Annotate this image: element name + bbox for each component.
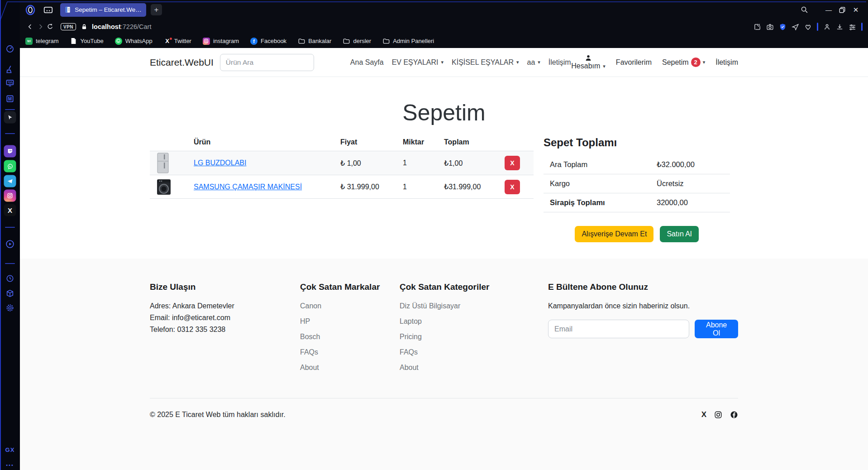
- close-button[interactable]: ✕: [849, 4, 863, 16]
- cart-table-header: Ürün Fiyat Miktar Toplam: [150, 136, 534, 151]
- extensions-box-icon[interactable]: [6, 289, 14, 298]
- toolbar-divider: [817, 23, 818, 31]
- col-toplam: Toplam: [444, 138, 505, 146]
- nav-aa[interactable]: aa▾: [527, 58, 540, 67]
- vpn-badge[interactable]: VPN: [61, 23, 76, 30]
- newsletter-heading: E Bültene Abone Olunuz: [548, 282, 738, 292]
- twitch-icon[interactable]: [4, 145, 16, 158]
- folder-icon: [298, 38, 305, 45]
- bookmark-youtube[interactable]: YouTube: [70, 38, 104, 45]
- mods-icon[interactable]: M: [5, 94, 14, 103]
- bookmark-folder-dersler[interactable]: dersler: [343, 38, 371, 45]
- reload-icon[interactable]: [45, 22, 55, 32]
- bookmark-facebook[interactable]: f Facebook: [250, 38, 286, 45]
- category-link-pricing[interactable]: Pricing: [400, 333, 422, 341]
- page-favicon: [70, 38, 77, 45]
- browser-window: M X: [0, 0, 868, 470]
- category-link-laptop[interactable]: Laptop: [400, 317, 422, 325]
- product-price: ₺ 1,00: [340, 159, 403, 168]
- snapshot-camera-icon[interactable]: [766, 23, 774, 31]
- product-total: ₺31.999,00: [444, 182, 505, 191]
- telegram-icon[interactable]: [4, 175, 16, 187]
- sidebar-more-icon[interactable]: •••: [6, 462, 14, 468]
- gx-corner-icon[interactable]: [5, 78, 14, 87]
- profile-icon[interactable]: [823, 23, 831, 31]
- bookmarks-bar: tel telegram YouTube WhatsApp X Twitter: [20, 34, 868, 48]
- forward-icon[interactable]: [35, 22, 45, 32]
- web-page: Eticaret.WebUI Ana Sayfa EV EŞYALARI▾ Kİ…: [20, 48, 868, 470]
- col-fiyat: Fiyat: [340, 138, 403, 146]
- minimize-button[interactable]: —: [822, 4, 835, 16]
- cleaner-broom-icon[interactable]: [5, 65, 14, 74]
- speed-dial-icon[interactable]: [5, 44, 14, 53]
- maximize-button[interactable]: [835, 4, 849, 16]
- account-menu[interactable]: Hesabım▾: [571, 54, 606, 70]
- nav-ev-esyalari[interactable]: EV EŞYALARI▾: [392, 58, 444, 67]
- caret-down-icon: ▾: [538, 59, 540, 65]
- bookmark-whatsapp[interactable]: WhatsApp: [115, 38, 153, 45]
- bookmark-folder-admin-panelleri[interactable]: Admin Panelleri: [382, 38, 434, 45]
- bookmark-twitter[interactable]: X Twitter: [164, 38, 191, 45]
- x-messenger-icon[interactable]: X: [4, 204, 16, 216]
- new-tab-button[interactable]: +: [151, 4, 162, 15]
- favorites-link[interactable]: Favorilerim: [616, 58, 652, 67]
- downloads-icon[interactable]: [836, 23, 844, 31]
- tab-sepetim[interactable]: Sepetim – Eticaret.WebUI: [60, 3, 146, 17]
- brand-link-about[interactable]: About: [300, 364, 319, 371]
- bookmark-telegram[interactable]: tel telegram: [25, 38, 59, 45]
- whatsapp-icon[interactable]: [4, 160, 16, 173]
- summary-row-ara-toplam: Ara Toplam ₺32.000,00: [544, 155, 730, 174]
- brand-link-faqs[interactable]: FAQs: [300, 348, 318, 356]
- x-social-icon[interactable]: X: [701, 410, 706, 419]
- subscribe-button[interactable]: Abone Ol: [695, 320, 738, 338]
- plus-icon: +: [154, 5, 159, 14]
- remove-item-button[interactable]: X: [505, 156, 520, 170]
- category-link-diz-ustu[interactable]: Diz Üstü Bilgisayar: [400, 302, 460, 310]
- pointer-icon[interactable]: [4, 111, 16, 124]
- page-title: Sepetim: [20, 101, 868, 125]
- url-field[interactable]: localhost:7226/Cart: [92, 23, 151, 30]
- bookmark-folder-bankalar[interactable]: Bankalar: [298, 38, 331, 45]
- pinboard-icon[interactable]: [754, 23, 761, 31]
- continue-shopping-button[interactable]: Alışverişe Devam Et: [575, 226, 653, 242]
- favorites-heart-icon[interactable]: [804, 23, 812, 31]
- remove-item-button[interactable]: X: [505, 180, 520, 194]
- sidebar-divider: [5, 227, 15, 228]
- cart-row-samsung-camasir: SAMSUNG ÇAMAŞIR MAKİNESİ ₺ 31.999,00 1 ₺…: [150, 175, 534, 199]
- category-link-about[interactable]: About: [400, 364, 419, 371]
- workspace-icon[interactable]: [43, 6, 53, 14]
- settings-gear-icon[interactable]: [6, 304, 14, 312]
- vpn-shield-icon[interactable]: [779, 23, 787, 31]
- player-icon[interactable]: [5, 240, 15, 249]
- bookmark-instagram[interactable]: instagram: [203, 38, 239, 45]
- tab-favicon: [65, 6, 71, 13]
- newsletter-email-input[interactable]: [548, 320, 689, 338]
- caret-down-icon: ▾: [441, 59, 444, 65]
- category-link-faqs[interactable]: FAQs: [400, 348, 418, 356]
- footer-categories-column: Çok Satan Kategoriler Diz Üstü Bilgisaya…: [400, 282, 548, 379]
- opera-menu-icon[interactable]: [24, 4, 36, 16]
- product-search-input[interactable]: [220, 54, 314, 71]
- instagram-social-icon[interactable]: [714, 411, 722, 419]
- facebook-social-icon[interactable]: [730, 411, 738, 419]
- send-to-device-icon[interactable]: [792, 23, 799, 31]
- brand-link-hp[interactable]: HP: [300, 317, 310, 325]
- nav-ana-sayfa[interactable]: Ana Sayfa: [350, 58, 384, 67]
- gx-logo-label[interactable]: GX: [5, 446, 15, 453]
- contact-link[interactable]: İletişim: [715, 58, 738, 67]
- brand-link-bosch[interactable]: Bosch: [300, 333, 320, 341]
- lock-icon[interactable]: [81, 24, 87, 30]
- nav-iletisim[interactable]: İletişim: [548, 58, 571, 67]
- product-link[interactable]: LG BUZDOLABI: [194, 159, 246, 167]
- buy-button[interactable]: Satın Al: [660, 226, 698, 242]
- brand-link-canon[interactable]: Canon: [300, 302, 321, 310]
- history-icon[interactable]: [6, 274, 14, 283]
- back-icon[interactable]: [25, 22, 35, 32]
- search-tabs-icon[interactable]: [801, 6, 808, 14]
- easy-setup-tune-icon[interactable]: [849, 23, 856, 31]
- cart-link[interactable]: Sepetim 2 ▾: [662, 58, 705, 67]
- product-link[interactable]: SAMSUNG ÇAMAŞIR MAKİNESİ: [194, 183, 302, 191]
- instagram-icon[interactable]: [4, 190, 16, 202]
- site-brand[interactable]: Eticaret.WebUI: [150, 57, 214, 68]
- nav-kisisel-esyalar[interactable]: KİŞİSEL EŞYALAR▾: [452, 58, 519, 67]
